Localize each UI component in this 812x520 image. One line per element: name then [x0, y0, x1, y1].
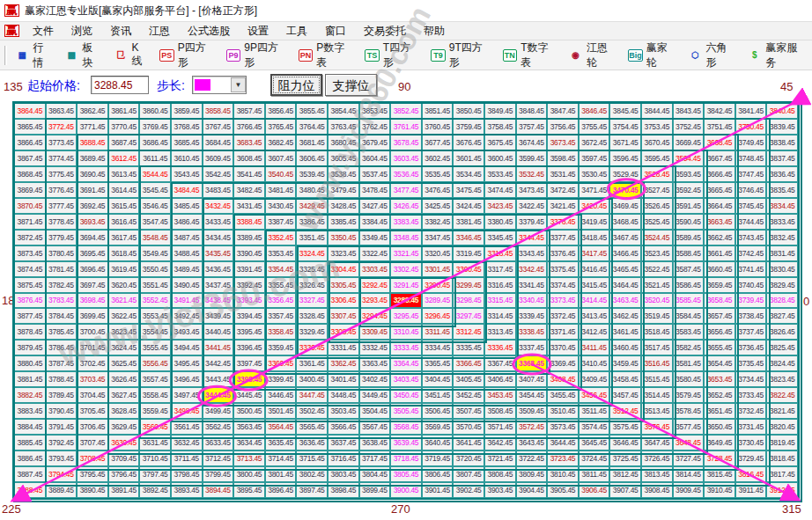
- grid-cell: 3883.45: [14, 403, 46, 419]
- grid-cell: 3890.45: [77, 482, 108, 498]
- grid-cell-start-price: 3288.45: [390, 293, 422, 309]
- grid-cell: 3388.45: [233, 214, 265, 230]
- toolbar-item-sectors[interactable]: ▩板块: [59, 38, 108, 73]
- step-color-dropdown[interactable]: ▼: [192, 76, 247, 94]
- toolbar-item-label: 9P四方形: [244, 40, 287, 70]
- grid-cell: 3343.45: [516, 245, 548, 261]
- grid-cell: 3477.45: [390, 182, 422, 198]
- grid-cell: 3569.45: [422, 419, 454, 435]
- title-bar: 赢 赢家江恩专业版[赢家内部服务平台] - [价格正方形]: [0, 0, 812, 21]
- grid-cell: 3524.45: [641, 230, 673, 245]
- grid-cell: 3680.45: [328, 135, 359, 150]
- grid-cell: 3421.45: [547, 198, 579, 214]
- grid-cell: 3447.45: [296, 387, 328, 403]
- grid-cell: 3488.45: [171, 245, 203, 261]
- grid-cell: 3345.45: [484, 230, 516, 245]
- grid-cell: 3455.45: [547, 387, 579, 403]
- grid-cell: 3314.45: [484, 308, 516, 324]
- grid-cell: 3865.45: [14, 119, 46, 135]
- grid-cell: 3530.45: [579, 166, 610, 182]
- grid-cell: 3872.45: [14, 230, 46, 245]
- grid-cell: 3683.45: [233, 135, 265, 150]
- grid-cell: 3633.45: [203, 435, 234, 450]
- toolbar-item-winner-service[interactable]: $赢家服务: [742, 38, 812, 73]
- grid-cell: 3484.45: [171, 182, 203, 198]
- grid-cell: 3719.45: [422, 450, 454, 466]
- grid-cell: 3713.45: [233, 450, 265, 466]
- grid-cell: 3748.45: [735, 150, 767, 166]
- grid-cell: 3340.45: [516, 293, 548, 309]
- toolbar-item-label: 9T四方形: [449, 40, 492, 70]
- grid-cell: 3416.45: [579, 261, 610, 277]
- grid-cell: 3313.45: [484, 324, 516, 340]
- grid-cell: 3555.45: [139, 340, 171, 355]
- angle-label-90: 90: [398, 80, 410, 93]
- grid-cell: 3317.45: [484, 261, 516, 277]
- grid-cell: 3396.45: [233, 340, 265, 355]
- grid-cell: 3424.45: [453, 198, 484, 214]
- toolbar-item-quotes[interactable]: ▦行情: [10, 38, 59, 73]
- grid-cell: 3353.45: [265, 245, 297, 261]
- grid-cell: 3879.45: [14, 340, 46, 355]
- grid-cell: 3875.45: [14, 277, 46, 293]
- resistance-button[interactable]: 阻力位: [270, 74, 322, 96]
- grid-cell: 3741.45: [735, 261, 767, 277]
- grid-cell: 3405.45: [453, 371, 484, 387]
- wheel-icon: ◉: [568, 48, 583, 62]
- toolbar-item-p-square[interactable]: PSP四方形: [154, 38, 221, 73]
- grid-cell: 3543.45: [171, 166, 203, 182]
- grid-cell: 3515.45: [641, 371, 673, 387]
- toolbar-item-9t-square[interactable]: T99T四方形: [425, 38, 497, 73]
- toolbar-item-hexagon[interactable]: ⬡六角形: [683, 38, 742, 73]
- grid-cell: 3830.45: [766, 261, 798, 277]
- grid-cell: 3858.45: [203, 103, 234, 119]
- grid-cell: 3466.45: [609, 245, 641, 261]
- start-price-input[interactable]: [91, 76, 149, 94]
- grid-cell: 3380.45: [484, 214, 516, 230]
- candlestick-icon: 㔾: [114, 48, 129, 62]
- grid-cell: 3710.45: [139, 450, 171, 466]
- toolbar-item-9p-square[interactable]: P99P四方形: [221, 38, 293, 73]
- grid-cell: 3331.45: [328, 340, 359, 355]
- toolbar-item-t-square[interactable]: TST四方形: [359, 38, 425, 73]
- grid-cell: 3305.45: [328, 277, 359, 293]
- grid-cell: 3631.45: [139, 435, 171, 450]
- toolbar-item-label: P四方形: [178, 40, 216, 70]
- grid-cell: 3855.45: [296, 103, 328, 119]
- grid-cell: 3519.45: [641, 308, 673, 324]
- grid-cell: 3708.45: [77, 450, 108, 466]
- toolbar-item-winner-wheel[interactable]: Big赢家轮: [623, 38, 683, 73]
- grid-cell: 3805.45: [390, 466, 422, 482]
- grid-cell: 3554.45: [139, 324, 171, 340]
- grid-cell: 3877.45: [14, 308, 46, 324]
- grid-cell: 3817.45: [766, 466, 798, 482]
- support-button[interactable]: 支撑位: [325, 74, 377, 96]
- chevron-down-icon[interactable]: ▼: [231, 77, 246, 92]
- grid-cell: 3582.45: [673, 340, 705, 355]
- price-square-grid: 3864.453863.453862.453861.453860.453859.…: [12, 101, 800, 500]
- grid-cell: 3895.45: [233, 482, 265, 498]
- toolbar-item-p-table[interactable]: PNP数字表: [293, 38, 360, 73]
- grid-cell: 3637.45: [328, 435, 359, 450]
- grid-cell: 3601.45: [453, 150, 484, 166]
- toolbar-item-t-table[interactable]: TNT数字表: [498, 38, 564, 73]
- grid-cell: 3876.45: [14, 293, 46, 309]
- toolbar-item-gann-wheel[interactable]: ◉江恩轮: [563, 38, 623, 73]
- grid-cell: 3757.45: [516, 119, 548, 135]
- grid-cell: 3611.45: [139, 150, 171, 166]
- grid-cell: 3653.45: [704, 371, 735, 387]
- grid-cell: 3768.45: [171, 119, 203, 135]
- grid-cell: 3371.45: [547, 324, 579, 340]
- grid-cell: 3390.45: [233, 245, 265, 261]
- grid-cell: 3752.45: [673, 119, 705, 135]
- grid-cell: 3868.45: [14, 166, 46, 182]
- grid-cell: 3472.45: [547, 182, 579, 198]
- grid-cell: 3648.45: [673, 435, 705, 450]
- toolbar-item-kline[interactable]: 㔾K线: [108, 39, 154, 71]
- menu-logo-icon: 赢: [4, 25, 19, 37]
- grid-cell: 3489.45: [171, 261, 203, 277]
- grid-cell: 3354.45: [265, 261, 297, 277]
- grid-cell: 3514.45: [641, 387, 673, 403]
- grid-cell: 3808.45: [484, 466, 516, 482]
- grid-cell: 3723.45: [547, 450, 579, 466]
